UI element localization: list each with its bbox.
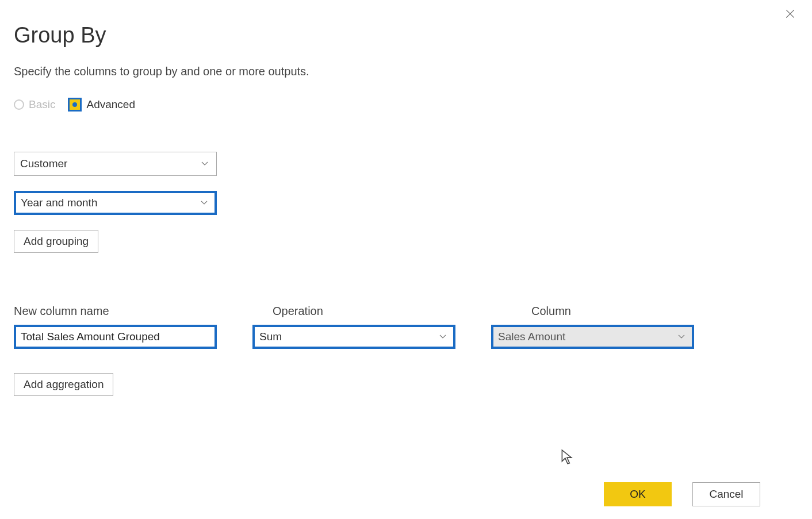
chevron-down-icon	[201, 162, 208, 166]
header-operation: Operation	[273, 305, 476, 318]
aggregation-header-row: New column name Operation Column	[14, 305, 798, 318]
aggregation-row: Total Sales Amount Grouped Sum Sales Amo…	[14, 325, 798, 349]
groupings-section: Customer Year and month Add grouping	[14, 152, 798, 253]
header-new-column: New column name	[14, 305, 217, 318]
radio-advanced[interactable]: Advanced	[68, 98, 135, 112]
grouping-dropdown-customer[interactable]: Customer	[14, 152, 217, 176]
mouse-cursor-icon	[561, 449, 573, 467]
dropdown-value: Sales Amount	[498, 330, 565, 343]
cancel-button[interactable]: Cancel	[692, 482, 760, 506]
footer-buttons: OK Cancel	[604, 482, 760, 506]
chevron-down-icon	[678, 335, 685, 339]
grouping-dropdown-year-month[interactable]: Year and month	[14, 191, 217, 215]
close-icon	[784, 8, 796, 20]
input-value: Total Sales Amount Grouped	[21, 330, 160, 343]
dialog-subtitle: Specify the columns to group by and one …	[14, 65, 798, 78]
ok-button[interactable]: OK	[604, 482, 672, 506]
new-column-name-input[interactable]: Total Sales Amount Grouped	[14, 325, 217, 349]
dropdown-value: Year and month	[21, 197, 97, 209]
add-grouping-button[interactable]: Add grouping	[14, 230, 98, 253]
radio-selected-icon	[68, 98, 82, 112]
close-button[interactable]	[784, 8, 796, 22]
radio-basic[interactable]: Basic	[14, 98, 55, 111]
column-dropdown[interactable]: Sales Amount	[491, 325, 694, 349]
radio-advanced-label: Advanced	[86, 98, 135, 111]
chevron-down-icon	[439, 335, 446, 339]
add-aggregation-button[interactable]: Add aggregation	[14, 373, 113, 396]
dropdown-value: Sum	[259, 330, 282, 343]
dropdown-value: Customer	[20, 157, 67, 170]
radio-circle-icon	[14, 99, 24, 110]
operation-dropdown[interactable]: Sum	[252, 325, 455, 349]
mode-radio-group: Basic Advanced	[14, 98, 798, 112]
header-column: Column	[531, 305, 734, 318]
dialog-title: Group By	[14, 23, 798, 48]
radio-basic-label: Basic	[29, 98, 55, 111]
chevron-down-icon	[201, 201, 208, 205]
